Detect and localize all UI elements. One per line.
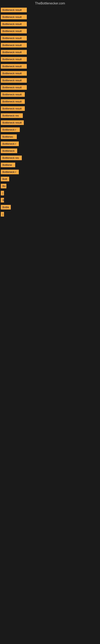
list-item: Bottleneck result — [1, 57, 100, 62]
bottleneck-label[interactable]: Bottleneck — [1, 148, 17, 153]
list-item: Bottleneck res — [1, 113, 100, 119]
list-item: Bottleneck result — [1, 92, 100, 98]
site-title: TheBottlenecker.com — [0, 0, 100, 7]
bottleneck-label[interactable]: Bottleneck result — [1, 15, 27, 19]
list-item: Bottleneck result — [1, 78, 100, 84]
list-item: Bottlene — [1, 162, 100, 168]
bottleneck-label[interactable]: Bottleneck r — [1, 128, 20, 132]
bottleneck-label[interactable]: Bottleneck result — [1, 99, 25, 104]
bottleneck-label[interactable]: Bottleneck r — [1, 170, 19, 174]
bottleneck-label[interactable]: Bottleneck result — [1, 36, 27, 40]
list-item: Bottleneck r — [1, 170, 100, 175]
list-item: Bottleneck result — [1, 85, 100, 90]
items-container: Bottleneck resultBottleneck resultBottle… — [0, 7, 100, 217]
list-item: Bottleneck result — [1, 22, 100, 27]
bottleneck-label[interactable]: Bottleneck res — [1, 113, 23, 118]
bottleneck-label[interactable]: Bott — [1, 177, 9, 181]
list-item: | — [1, 212, 100, 217]
list-item: Bottleneck r — [1, 142, 100, 147]
bottleneck-label[interactable]: Bottleneck result — [1, 22, 27, 26]
list-item: Bottleneck result — [1, 106, 100, 112]
bottleneck-label[interactable]: Bottleneck result — [1, 71, 27, 76]
bottleneck-label[interactable]: Bottleneck result — [1, 43, 27, 48]
list-item: Bo — [1, 184, 100, 189]
bottleneck-label[interactable]: Bottleneck r — [1, 142, 19, 146]
list-item: Bottleneck result — [1, 8, 100, 13]
list-item: | — [1, 191, 100, 196]
bottleneck-label[interactable]: Bottleneck result — [1, 57, 27, 62]
list-item: Bott — [1, 177, 100, 182]
list-item: Bottleneck result — [1, 99, 100, 105]
list-item: Bottleneck result — [1, 15, 100, 20]
bottleneck-label[interactable]: Bottleneck result — [1, 106, 25, 111]
list-item: Bottleneck result — [1, 120, 100, 126]
bottleneck-label[interactable]: Bottleneck result — [1, 92, 25, 97]
bottleneck-label[interactable]: Bottleneck result — [1, 78, 27, 83]
bottleneck-label[interactable]: Bottleneck result — [1, 8, 27, 12]
list-item: B — [1, 198, 100, 203]
bottleneck-label[interactable]: B — [1, 198, 4, 202]
bottleneck-label[interactable]: Bo — [1, 184, 6, 188]
list-item: Bottleneck r — [1, 128, 100, 133]
bottleneck-label[interactable]: Bottlenec — [1, 134, 17, 139]
bottleneck-label[interactable]: Bottleneck result — [1, 50, 27, 54]
list-item: Bottleneck result — [1, 71, 100, 76]
list-item: Bottleneck res — [1, 156, 100, 161]
list-item: Bottleneck result — [1, 36, 100, 41]
list-item: Bottleneck result — [1, 29, 100, 34]
bottleneck-label[interactable]: Bottleneck result — [1, 64, 27, 69]
bottleneck-label[interactable]: Bottleneck res — [1, 156, 22, 160]
list-item: Bottle — [1, 205, 100, 210]
bottleneck-label[interactable]: Bottlene — [1, 162, 15, 167]
list-item: Bottleneck result — [1, 50, 100, 55]
list-item: Bottleneck — [1, 148, 100, 154]
list-item: Bottlenec — [1, 134, 100, 140]
bottleneck-label[interactable]: | — [1, 191, 4, 196]
bottleneck-label[interactable]: Bottle — [1, 205, 11, 210]
bottleneck-label[interactable]: Bottleneck result — [1, 29, 27, 34]
bottleneck-label[interactable]: Bottleneck result — [1, 85, 27, 90]
list-item: Bottleneck result — [1, 64, 100, 70]
bottleneck-label[interactable]: | — [1, 212, 4, 216]
list-item: Bottleneck result — [1, 43, 100, 48]
site-header: TheBottlenecker.com — [0, 0, 100, 7]
bottleneck-label[interactable]: Bottleneck result — [1, 120, 24, 125]
